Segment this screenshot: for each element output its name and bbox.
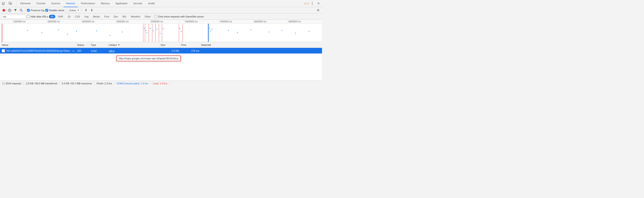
svg-rect-0: [2, 2, 4, 4]
header-name[interactable]: Name: [0, 44, 76, 46]
record-btn[interactable]: [1, 8, 6, 13]
filter-btn-css[interactable]: CSS: [73, 15, 82, 18]
tl-dot-8a: [228, 30, 229, 31]
toolbar-sep-2: [66, 8, 66, 12]
disable-cache-text: Disable cache: [49, 9, 64, 12]
filter-toggle-btn[interactable]: [13, 8, 18, 13]
inspect-element-btn[interactable]: [1, 1, 6, 6]
tab-elements[interactable]: Elements: [18, 0, 33, 7]
header-initiator[interactable]: Initiator ▾: [108, 44, 160, 46]
timeline-area: 1000000 ms 2000000 ms 3000000 ms 4000000…: [0, 20, 322, 42]
tl-dot-7b: [210, 30, 211, 31]
header-type[interactable]: Type: [90, 44, 108, 46]
download-btn[interactable]: ⬇: [90, 8, 94, 13]
disable-cache-checkbox[interactable]: [46, 9, 48, 12]
table-rows-container: ?id=1a9b26337a21200f0f7f4c551913438265f2…: [0, 48, 322, 80]
tl-vline-cluster-3: [149, 24, 149, 42]
tl-dot-c1: [144, 28, 145, 29]
table-row[interactable]: ?id=1a9b26337a21200f0f7f4c551913438265f2…: [0, 48, 322, 54]
svg-point-8: [20, 9, 22, 11]
row-initiator[interactable]: util.js: [108, 50, 160, 52]
tl-dot-c2: [145, 30, 146, 31]
filter-btn-js[interactable]: JS: [66, 15, 72, 18]
search-btn[interactable]: [19, 8, 24, 13]
tab-security[interactable]: Security: [130, 0, 145, 7]
samesite-checkbox[interactable]: [154, 15, 157, 18]
tl-dot-9a: [268, 32, 269, 32]
tl-dot-2: [41, 32, 42, 33]
table-body: ?id=1a9b26337a21200f0f7f4c551913438265f2…: [0, 48, 322, 80]
ruler-tick-9: 9000000 ms: [288, 20, 322, 24]
warning-count: 3: [307, 2, 308, 5]
ruler-tick-6: 6000000 ms: [184, 20, 219, 24]
tl-dot-1: [27, 30, 28, 31]
filter-btn-other[interactable]: Other: [143, 15, 153, 18]
preserve-log-label[interactable]: Preserve log: [27, 9, 44, 12]
filter-btn-font[interactable]: Font: [102, 15, 111, 18]
tl-vline-blue-7: [208, 24, 209, 42]
initiator-link[interactable]: util.js: [109, 50, 114, 52]
upload-btn[interactable]: ⬆: [84, 8, 88, 13]
tab-audits[interactable]: Audits: [145, 0, 158, 7]
tab-performance[interactable]: Performance: [78, 0, 98, 7]
svg-line-9: [22, 10, 23, 12]
filter-bar: Hide data URLs All XHR JS CSS Img Media …: [0, 14, 322, 20]
device-toggle-btn[interactable]: [8, 1, 13, 6]
tab-sources[interactable]: Sources: [48, 0, 63, 7]
more-options-btn[interactable]: ⋮: [310, 1, 315, 6]
warning-badge[interactable]: ⚠ 3: [304, 2, 308, 5]
ruler-tick-0: [0, 20, 12, 24]
filter-btn-all[interactable]: All: [49, 15, 55, 18]
hide-data-urls-checkbox[interactable]: [27, 15, 30, 18]
initiator-tooltip: http://maps.google.com/maps-api-v3/api/j…: [116, 56, 181, 61]
tab-network[interactable]: Network: [64, 0, 78, 7]
status-transferred: 2.0 KB / 80.0 MB transferred: [24, 82, 60, 85]
ruler-tick-8: 8000000 ms: [253, 20, 288, 24]
tl-dot-9d: [308, 31, 310, 32]
tl-dot-9b: [282, 30, 283, 31]
clear-btn[interactable]: [7, 8, 12, 13]
tl-dot-9c: [295, 33, 296, 34]
samesite-label[interactable]: Only show requests with SameSite issues: [154, 15, 204, 18]
tl-dot-c3: [146, 32, 147, 33]
status-load: Load: 1.9 hrs: [151, 82, 170, 85]
hide-data-urls-label[interactable]: Hide data URLs: [27, 15, 48, 18]
samesite-text: Only show requests with SameSite issues: [158, 15, 204, 18]
online-select[interactable]: Online ▾: [68, 8, 80, 12]
filter-btn-xhr[interactable]: XHR: [56, 15, 65, 18]
search-input[interactable]: [1, 14, 26, 19]
tl-dot-6b: [181, 31, 182, 32]
svg-rect-4: [11, 3, 12, 4]
status-requests: 1 / 2534 requests: [2, 82, 24, 85]
tl-vline-cluster-4: [152, 24, 152, 42]
tl-dot-8b: [237, 32, 238, 33]
tab-memory[interactable]: Memory: [98, 0, 112, 7]
header-status[interactable]: Status: [76, 44, 90, 46]
tl-vline-cluster-6: [159, 24, 159, 42]
status-resources: 5.3 KB / 83.7 MB resources: [60, 82, 94, 85]
tooltip-url: http://maps.google.com/maps-api-v3/api/j…: [119, 57, 178, 60]
devtools-icons: [1, 1, 13, 6]
row-file-icon: [2, 49, 5, 52]
header-time[interactable]: Time: [180, 44, 200, 46]
filter-btn-ws[interactable]: WS: [120, 15, 128, 18]
preserve-log-checkbox[interactable]: [27, 9, 30, 12]
tab-application[interactable]: Application: [113, 0, 130, 7]
disable-cache-label[interactable]: Disable cache: [46, 9, 64, 12]
tl-dot-8c: [250, 29, 251, 30]
initiator-sort-icon: ▾: [118, 44, 120, 46]
filter-btn-media[interactable]: Media: [91, 15, 102, 18]
settings-btn[interactable]: ⚙: [316, 8, 321, 13]
close-devtools-btn[interactable]: ✕: [316, 1, 321, 6]
toolbar: Preserve log Disable cache Online ▾ ⬆ ⬇ …: [0, 7, 322, 14]
row-size: 2.0 KB: [160, 50, 180, 52]
header-size[interactable]: Size: [160, 44, 180, 46]
tl-dot-7a: [209, 28, 210, 29]
timeline-canvas[interactable]: [0, 24, 322, 42]
filter-btn-img[interactable]: Img: [83, 15, 90, 18]
tab-console[interactable]: Console: [34, 0, 48, 7]
status-bar: 1 / 2534 requests 2.0 KB / 80.0 MB trans…: [0, 80, 322, 86]
filter-btn-manifest[interactable]: Manifest: [129, 15, 142, 18]
filter-btn-doc[interactable]: Doc: [112, 15, 120, 18]
row-name-text: ?id=1a9b26337a21200f0f7f4c551913438265f2…: [6, 50, 76, 52]
